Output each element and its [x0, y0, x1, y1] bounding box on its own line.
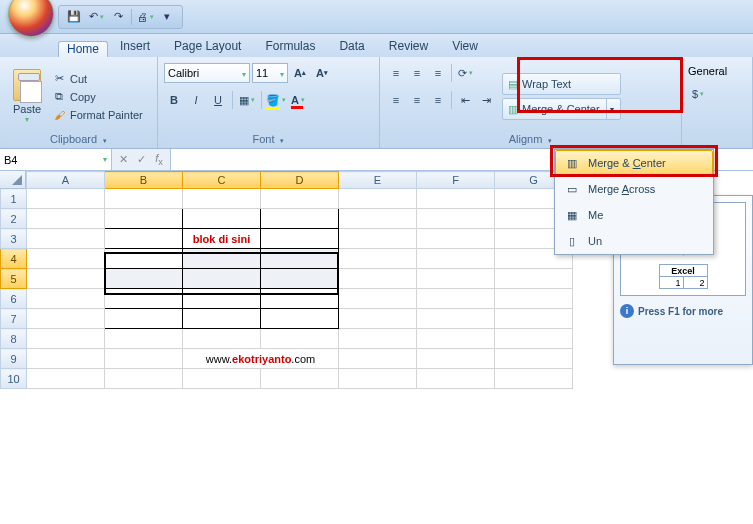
- align-top-button[interactable]: ≡: [386, 63, 406, 83]
- tab-formulas[interactable]: Formulas: [253, 36, 327, 57]
- tab-view[interactable]: View: [440, 36, 490, 57]
- cancel-icon[interactable]: ✕: [115, 153, 131, 166]
- row-header-9[interactable]: 9: [1, 349, 27, 369]
- menu-unmerge-cells[interactable]: ▯ Un: [555, 228, 713, 254]
- merge-center-button[interactable]: ▥ Merge & Center ▾: [502, 98, 621, 120]
- font-name-select[interactable]: Calibri: [164, 63, 250, 83]
- group-font-label: Font: [164, 132, 373, 146]
- format-painter-button[interactable]: 🖌Format Painter: [52, 108, 143, 122]
- copy-icon: ⧉: [52, 90, 66, 104]
- align-middle-button[interactable]: ≡: [407, 63, 427, 83]
- italic-button[interactable]: I: [186, 90, 206, 110]
- quick-print-icon[interactable]: 🖨: [136, 8, 154, 26]
- tab-home[interactable]: Home: [58, 41, 108, 57]
- merge-center-dropdown-icon[interactable]: ▾: [606, 99, 618, 119]
- menu-merge-cells[interactable]: ▦ Me: [555, 202, 713, 228]
- align-center-button[interactable]: ≡: [407, 90, 427, 110]
- cut-label: Cut: [70, 73, 87, 85]
- fx-icon[interactable]: fx: [151, 152, 167, 167]
- wrap-text-icon: ▤: [508, 78, 518, 91]
- name-box-value: B4: [4, 154, 17, 166]
- enter-icon[interactable]: ✓: [133, 153, 149, 166]
- orientation-button[interactable]: ⟳: [455, 63, 475, 83]
- accounting-format-button[interactable]: $: [688, 84, 708, 104]
- menu-unmerge-label: Un: [588, 235, 602, 247]
- row-header-2[interactable]: 2: [1, 209, 27, 229]
- formula-controls: ✕ ✓ fx: [112, 149, 171, 170]
- row-header-3[interactable]: 3: [1, 229, 27, 249]
- format-painter-label: Format Painter: [70, 109, 143, 121]
- increase-indent-button[interactable]: ⇥: [476, 90, 496, 110]
- row-header-8[interactable]: 8: [1, 329, 27, 349]
- col-header-C[interactable]: C: [183, 172, 261, 189]
- group-font: Calibri 11 A▴ A▾ B I U ▦ 🪣 A Font: [158, 57, 380, 148]
- menu-merge-center-label: Merge & Center: [588, 157, 666, 169]
- merge-icon: ▥: [508, 103, 518, 116]
- office-button[interactable]: [8, 0, 54, 37]
- row-header-1[interactable]: 1: [1, 189, 27, 209]
- cut-button[interactable]: ✂Cut: [52, 72, 143, 86]
- qat-customize-icon[interactable]: ▾: [158, 8, 176, 26]
- font-size-select[interactable]: 11: [252, 63, 288, 83]
- grow-font-button[interactable]: A▴: [290, 63, 310, 83]
- copy-button[interactable]: ⧉Copy: [52, 90, 143, 104]
- tab-data[interactable]: Data: [327, 36, 376, 57]
- paste-label: Paste: [13, 103, 41, 115]
- tooltip-help: iPress F1 for more: [620, 304, 746, 318]
- decrease-indent-button[interactable]: ⇤: [455, 90, 475, 110]
- merge-across-menu-icon: ▭: [562, 180, 582, 198]
- watermark-text: www.ekotriyanto.com: [183, 349, 339, 369]
- align-left-button[interactable]: ≡: [386, 90, 406, 110]
- col-header-E[interactable]: E: [339, 172, 417, 189]
- font-color-button[interactable]: A: [288, 90, 308, 110]
- shrink-font-button[interactable]: A▾: [312, 63, 332, 83]
- paste-button[interactable]: Paste ▾: [6, 61, 48, 132]
- row-header-7[interactable]: 7: [1, 309, 27, 329]
- merge-center-label: Merge & Center: [522, 103, 600, 115]
- ribbon: Paste ▾ ✂Cut ⧉Copy 🖌Format Painter Clipb…: [0, 57, 753, 149]
- redo-icon[interactable]: ↷: [109, 8, 127, 26]
- scissors-icon: ✂: [52, 72, 66, 86]
- undo-icon[interactable]: ↶: [87, 8, 105, 26]
- group-clipboard-label: Clipboard: [6, 132, 151, 146]
- unmerge-menu-icon: ▯: [562, 232, 582, 250]
- row-header-5[interactable]: 5: [1, 269, 27, 289]
- menu-merge-across-label: Merge Across: [588, 183, 655, 195]
- wrap-text-button[interactable]: ▤ Wrap Text: [502, 73, 621, 95]
- menu-merge-across[interactable]: ▭ Merge Across: [555, 176, 713, 202]
- quick-access-toolbar: 💾 ↶ ↷ 🖨 ▾: [0, 0, 753, 34]
- col-header-A[interactable]: A: [27, 172, 105, 189]
- menu-merge-cells-label: Me: [588, 209, 603, 221]
- col-header-D[interactable]: D: [261, 172, 339, 189]
- select-all-corner[interactable]: [0, 171, 26, 189]
- col-header-B[interactable]: B: [105, 172, 183, 189]
- row-header-4[interactable]: 4: [1, 249, 27, 269]
- bold-button[interactable]: B: [164, 90, 184, 110]
- group-clipboard: Paste ▾ ✂Cut ⧉Copy 🖌Format Painter Clipb…: [0, 57, 158, 148]
- row-header-6[interactable]: 6: [1, 289, 27, 309]
- tab-review[interactable]: Review: [377, 36, 440, 57]
- qat-inner: 💾 ↶ ↷ 🖨 ▾: [58, 5, 183, 29]
- info-icon: i: [620, 304, 634, 318]
- fill-color-button[interactable]: 🪣: [266, 90, 286, 110]
- underline-button[interactable]: U: [208, 90, 228, 110]
- group-alignment-label: Alignm: [386, 132, 675, 146]
- number-format-select[interactable]: General: [688, 61, 748, 81]
- annotation-text: blok di sini: [183, 229, 261, 249]
- group-number: General $: [682, 57, 753, 148]
- align-bottom-button[interactable]: ≡: [428, 63, 448, 83]
- tab-insert[interactable]: Insert: [108, 36, 162, 57]
- menu-merge-center[interactable]: ▥ Merge & Center: [555, 150, 713, 176]
- number-format-value: General: [688, 65, 727, 77]
- row-header-10[interactable]: 10: [1, 369, 27, 389]
- tooltip-help-text: Press F1 for more: [638, 306, 723, 317]
- borders-button[interactable]: ▦: [237, 90, 257, 110]
- align-right-button[interactable]: ≡: [428, 90, 448, 110]
- name-box[interactable]: B4: [0, 149, 112, 170]
- col-header-F[interactable]: F: [417, 172, 495, 189]
- paste-icon: [13, 69, 41, 101]
- tt-after-label: Excel: [659, 265, 707, 277]
- tab-page-layout[interactable]: Page Layout: [162, 36, 253, 57]
- ribbon-tabs: Home Insert Page Layout Formulas Data Re…: [0, 34, 753, 57]
- save-icon[interactable]: 💾: [65, 8, 83, 26]
